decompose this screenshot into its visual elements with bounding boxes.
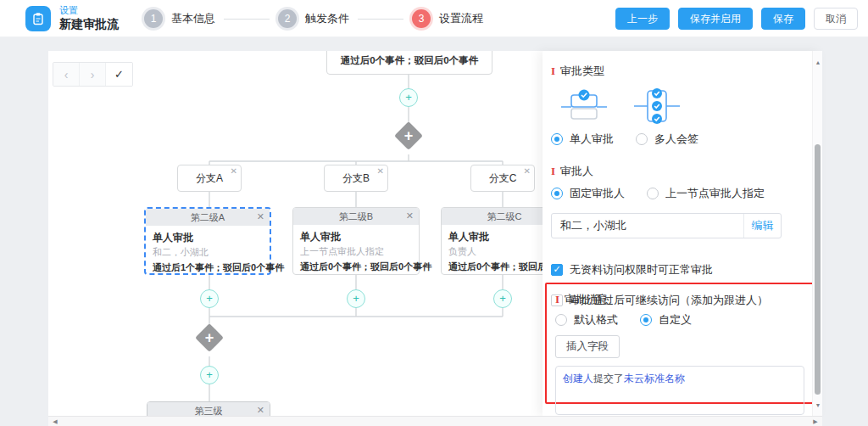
close-icon[interactable]: ✕ [406,210,414,221]
radio-custom-format[interactable]: 自定义 [640,312,692,328]
approver-input[interactable]: 和二，小湖北 编辑 [551,213,782,238]
close-icon[interactable]: ✕ [377,166,384,177]
field-token-form-name: 未云标准名称 [624,373,685,384]
step-setup-flow[interactable]: 3 设置流程 [412,9,483,28]
approval-type-options: 单人审批 多人会签 [551,132,805,147]
radio-label: 上一节点审批人指定 [665,186,765,201]
radio-label: 自定义 [659,312,692,328]
add-node-button[interactable]: + [399,88,418,107]
close-icon[interactable]: ✕ [524,166,531,177]
card-title: 第二级B [339,210,373,223]
step-basic-info[interactable]: 1 基本信息 [144,9,215,28]
scrollbar-thumb[interactable] [815,144,821,395]
close-icon[interactable]: ✕ [257,405,264,416]
section-label: 审批类型 [560,64,604,77]
level3-node[interactable]: 第三级 ✕ [147,401,270,416]
scroll-down-icon[interactable]: ▼ [813,401,823,411]
card-header: 第三级 ✕ [147,402,270,416]
insert-field-button[interactable]: 插入字段 [555,335,620,358]
approval-message-section-highlight: I审批消息 默认格式 自定义 插入字段 创建人提交了未云标准名称 [545,283,815,404]
save-and-enable-button[interactable]: 保存并启用 [678,8,753,30]
branch-node-a[interactable]: 分支A ✕ [177,165,242,192]
message-plain-text: 提交了 [593,373,624,384]
radio-label: 单人审批 [570,132,614,147]
plus-glyph: + [199,328,220,348]
checkbox-label: 无资料访问权限时可正常审批 [570,262,713,277]
radio-label: 默认格式 [574,312,618,328]
cancel-button[interactable]: 取消 [814,8,858,30]
redo-button[interactable]: › [80,63,106,86]
single-approval-icon [559,87,609,125]
radio-default-format[interactable]: 默认格式 [555,312,618,328]
stepper: 1 基本信息 2 触发条件 3 设置流程 [144,0,483,37]
section-label: 审批人 [560,165,593,177]
scroll-right-icon[interactable]: ▶ [810,417,821,426]
page-title: 新建审批流 [59,16,119,31]
step-1-label: 基本信息 [171,11,215,26]
clipboard-icon [31,12,45,25]
radio-multi-countersign[interactable]: 多人会签 [636,132,698,147]
add-node-button[interactable]: + [200,366,219,384]
checkbox-no-access-approve[interactable]: 无资料访问权限时可正常审批 [551,262,805,277]
close-icon[interactable]: ✕ [231,166,237,177]
step-connector [358,19,403,20]
approval-card-b[interactable]: 第二级B ✕ 单人审批 上一节点审批人指定 通过后0个事件；驳回后0个事件 [292,207,420,275]
card-body: 单人审批 上一节点审批人指定 通过后0个事件；驳回后0个事件 [293,225,419,274]
step-2-label: 触发条件 [305,11,349,26]
app-tag: 设置 [59,4,119,16]
card-approver: 和二，小湖北 [153,245,263,260]
canvas-horizontal-scrollbar[interactable]: ◀ ▶ [48,416,822,426]
radio-unselected-icon [555,314,567,326]
branch-label: 分支C [489,171,517,186]
message-format-options: 默认格式 自定义 [555,312,804,328]
app-logo [25,6,51,31]
required-marker: I [551,64,555,77]
approval-message-section-title: I审批消息 [555,292,804,307]
scroll-left-icon[interactable]: ◀ [50,417,60,426]
header: 设置 新建审批流 1 基本信息 2 触发条件 3 设置流程 上一步 保存并启用 … [0,0,868,37]
branch-node-b[interactable]: 分支B ✕ [324,165,388,192]
radio-previous-node-approver[interactable]: 上一节点审批人指定 [647,186,765,201]
close-icon[interactable]: ✕ [257,211,264,222]
radio-label: 多人会签 [654,132,698,147]
panel-scrollbar[interactable]: ▲ ▼ [812,51,822,416]
radio-selected-icon [551,188,563,199]
multi-countersign-icon [632,87,682,125]
card-approver: 上一节点审批人指定 [300,244,412,259]
step-trigger-condition[interactable]: 2 触发条件 [278,9,349,28]
scroll-up-icon[interactable]: ▲ [813,58,823,68]
card-title: 第三级 [195,405,223,417]
approver-section-title: I审批人 [551,164,805,179]
branch-label: 分支A [196,171,223,186]
radio-unselected-icon [647,188,659,199]
approval-type-section-title: I审批类型 [551,64,805,79]
add-node-button[interactable]: + [493,289,512,308]
message-textarea[interactable]: 创建人提交了未云标准名称 [555,366,804,415]
add-node-button[interactable]: + [200,289,219,308]
step-connector [224,19,270,20]
step-1-circle: 1 [144,9,163,28]
branch-label: 分支B [342,171,370,186]
undo-button[interactable]: ‹ [53,63,80,86]
panel-content: I审批类型 [551,51,805,416]
branch-node-c[interactable]: 分支C ✕ [470,165,535,192]
radio-label: 固定审批人 [570,186,625,201]
validate-check-button[interactable]: ✓ [106,63,132,86]
settings-panel: I审批类型 [542,51,822,416]
step-3-circle: 3 [412,9,431,28]
step-3-label: 设置流程 [439,11,483,26]
card-header: 第二级B ✕ [293,208,419,225]
prev-step-button[interactable]: 上一步 [615,8,670,30]
add-branch-gateway-icon[interactable]: + [195,323,224,352]
card-approval-type: 单人审批 [300,229,412,244]
approval-card-a[interactable]: 第二级A ✕ 单人审批 和二，小湖北 通过后1个事件；驳回后0个事件 [144,207,271,275]
add-branch-gateway-icon[interactable]: + [394,121,423,150]
required-marker: I [555,293,559,305]
add-node-button[interactable]: + [347,289,365,308]
radio-fixed-approver[interactable]: 固定审批人 [551,186,625,201]
edit-approver-button[interactable]: 编辑 [743,214,781,238]
save-button[interactable]: 保存 [761,8,805,30]
approval-flow-editor: 设置 新建审批流 1 基本信息 2 触发条件 3 设置流程 上一步 保存并启用 … [0,0,868,426]
radio-single-approval[interactable]: 单人审批 [551,132,614,147]
level1-node[interactable]: 通过后0个事件；驳回后0个事件 [326,51,492,75]
